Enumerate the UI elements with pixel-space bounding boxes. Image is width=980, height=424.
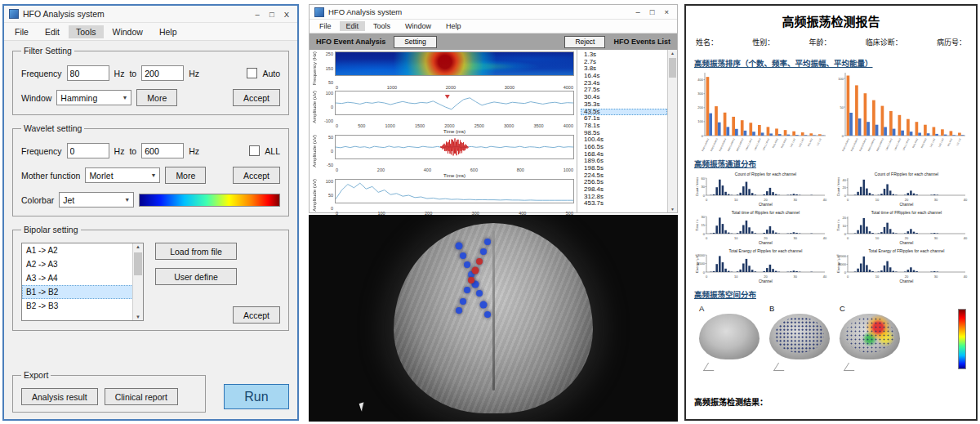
scroll-down-icon[interactable]: ▼ [133,315,143,319]
filter-accept-button[interactable]: Accept [233,89,280,106]
wavelet-freq-from-input[interactable] [67,143,109,158]
filter-setting-legend: Filter Setting [21,46,74,56]
svg-text:30: 30 [702,185,706,189]
patient-info-label: 临床诊断： [866,37,902,47]
menu-item[interactable]: Tools [69,25,104,38]
mother-function-select[interactable]: Morlet ▼ [85,167,160,183]
svg-text:LI1-LI2: LI1-LI2 [956,137,962,145]
menu-item[interactable]: File [7,25,36,38]
setting-button[interactable]: Setting [394,36,436,48]
y-tick: 100 [326,179,333,184]
x-tick: 400 [424,167,431,173]
y-tick: 150 [326,66,333,71]
channel-list-item[interactable]: B2 -> B3 [22,299,133,313]
bipolar-list-scrollbar[interactable]: ▲ ▼ [132,243,143,320]
brain-3d-panel[interactable] [309,215,678,422]
colorbar-select[interactable]: Jet ▼ [59,192,134,208]
analysis-result-button[interactable]: Analysis result [21,388,98,405]
svg-text:400: 400 [697,78,703,82]
bipolar-channel-list[interactable]: ▲ ▼ A1 -> A2A2 -> A3A3 -> A4B1 -> B2B2 -… [21,243,144,321]
scroll-down-icon[interactable]: ▼ [668,207,677,212]
filter-more-button[interactable]: More [136,89,177,106]
menu-item[interactable]: Tools [367,21,397,31]
x-tick: 600 [470,167,478,173]
section-result-heading: 高频振荡检测结果： [694,395,968,408]
channel-distribution-grid: Count of Ripples for each channel0306001… [694,171,968,284]
wavelet-accept-button[interactable]: Accept [233,167,280,184]
svg-text:100: 100 [697,119,703,123]
frequency-spectrum-plot[interactable] [336,180,573,203]
brain-figure-c [840,314,900,359]
window-select[interactable]: Hamming ▼ [56,90,131,105]
brain-3d-render[interactable] [394,223,593,413]
scroll-up-icon[interactable]: ▲ [668,51,677,56]
x-tick: 200 [377,167,385,173]
hfo-burst-plot[interactable] [336,136,573,158]
bipolar-accept-button[interactable]: Accept [233,306,280,324]
menu-item[interactable]: Edit [38,25,67,38]
event-analysis-label: HFO Event Analysis [316,38,385,46]
svg-text:LA1-LA2: LA1-LA2 [929,137,937,148]
channel-list-item[interactable]: A1 -> A2 [22,243,133,257]
svg-text:20: 20 [764,236,768,240]
channel-list-item[interactable]: A3 -> A4 [22,271,133,285]
y-tick: 50 [328,135,333,140]
user-define-button[interactable]: User define [155,268,237,285]
svg-text:10: 10 [734,236,738,240]
clinical-report-button[interactable]: Clinical report [105,388,178,405]
channel-list-item[interactable]: B1 -> B2 [22,285,133,299]
reject-button[interactable]: Reject [564,36,605,48]
jet-colorbar-vertical [958,309,966,369]
load-from-file-button[interactable]: Load from file [155,243,237,260]
events-list-scrollbar[interactable]: ▲ ▼ [667,50,677,212]
wavelet-freq-to-input[interactable] [141,143,184,158]
svg-text:RAH2-RAH3: RAH2-RAH3 [850,137,859,151]
channel-list-item[interactable]: A2 -> A3 [22,257,133,271]
y-axis-label: Amplitude (uV) [311,91,318,123]
y-tick: 0 [331,105,333,109]
menu-item[interactable]: Help [152,25,185,38]
filtered-signal-plot[interactable] [336,91,573,114]
close-button[interactable]: × [664,7,669,16]
auto-checkbox[interactable] [247,68,257,78]
time-frequency-spectrogram[interactable] [336,52,573,75]
filter-freq-from-input[interactable] [67,65,109,81]
event-list-item[interactable]: 453.7s [581,200,667,208]
menu-item[interactable]: Window [105,25,150,38]
events-list[interactable]: 1.3s2.7s3.8s16.4s23.4s27.5s30.4s35.3s43.… [577,50,667,212]
svg-text:10: 10 [734,274,738,279]
x-tick: 1000 [385,123,395,129]
menu-item[interactable]: Help [439,21,468,31]
to-label: to [129,146,136,156]
maximize-button[interactable]: □ [270,10,274,19]
menu-item[interactable]: Edit [340,21,366,31]
close-button[interactable]: X [284,10,289,19]
hz-label: Hz [114,146,125,156]
maximize-button[interactable]: □ [650,7,655,16]
all-label: ALL [265,146,280,156]
y-tick: 250 [326,51,333,56]
scrollbar-thumb[interactable] [669,58,676,78]
run-button[interactable]: Run [224,384,289,409]
patient-info-label: 病历号： [937,37,966,47]
menu-item[interactable]: File [313,21,338,31]
title-bar: HFO Analysis system – □ X [4,6,297,23]
scrollbar-thumb[interactable] [134,252,142,275]
all-checkbox[interactable] [249,145,260,156]
x-tick: 500 [358,123,365,129]
minimize-button[interactable]: – [256,10,260,19]
svg-text:LPH1-LPH2: LPH1-LPH2 [902,137,911,150]
wavelet-more-button[interactable]: More [165,167,206,184]
minimize-button[interactable]: – [635,7,639,16]
svg-text:0: 0 [706,198,708,202]
amplitude-plot-block: Amplitude (uV) 1000-100 0500100015002000… [311,91,574,135]
scroll-up-icon[interactable]: ▲ [133,244,143,249]
svg-text:20: 20 [843,185,847,190]
svg-text:10: 10 [875,274,880,279]
filter-freq-to-input[interactable] [141,65,184,81]
y-tick: 0 [331,149,333,154]
svg-text:0: 0 [702,134,704,138]
menu-item[interactable]: Window [399,21,438,31]
svg-text:RAH1-RAH2: RAH1-RAH2 [701,137,710,151]
colorbar-value: Jet [63,195,74,205]
